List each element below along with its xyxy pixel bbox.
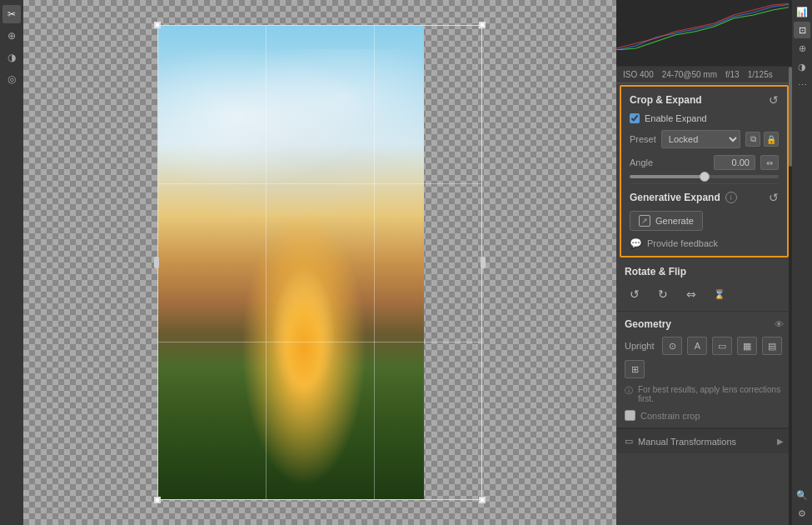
iso-value: ISO 400 <box>623 70 654 79</box>
crop-expand-header: Crop & Expand ↺ <box>630 93 779 107</box>
lens-info-icon: ⓘ <box>625 385 633 397</box>
canvas-area <box>23 0 616 525</box>
upright-auto-btn[interactable]: ⊙ <box>662 337 682 355</box>
manual-transforms-label: Manual Transformations <box>638 437 736 447</box>
detail-panel-btn[interactable]: ⋯ <box>794 77 810 93</box>
preset-select[interactable]: Locked Original 1:1 4:5 16:9 Custom <box>661 130 740 148</box>
feedback-label: Provide feedback <box>647 238 718 248</box>
gen-expand-info-icon[interactable]: i <box>725 192 737 203</box>
geometry-visibility-icon[interactable]: 👁 <box>775 319 784 329</box>
geometry-section: Geometry 👁 Upright ⊙ A ▭ ▦ ▤ ⊞ ⓘ For bes… <box>616 312 792 428</box>
red-eye-tool[interactable]: ◎ <box>2 70 21 88</box>
reset-gen-icon[interactable]: ↺ <box>769 191 779 204</box>
upright-vertical-btn[interactable]: ▦ <box>737 337 757 355</box>
mask-tool[interactable]: ◑ <box>2 48 21 67</box>
rotate-flip-title: Rotate & Flip <box>625 266 686 278</box>
angle-input[interactable] <box>714 155 755 170</box>
angle-slider[interactable] <box>630 175 779 178</box>
generate-btn-icon: ↗ <box>639 215 650 227</box>
angle-slider-thumb[interactable] <box>700 172 710 182</box>
generate-button[interactable]: ↗ Generate <box>630 211 703 231</box>
preset-row: Preset Locked Original 1:1 4:5 16:9 Cust… <box>630 130 779 148</box>
angle-label: Angle <box>630 158 653 168</box>
crop-border <box>157 25 482 500</box>
constrain-row: Constrain crop <box>625 410 784 421</box>
rotate-flip-section: Rotate & Flip ↺ ↻ ⇔ ⌛ <box>616 259 792 312</box>
lens-notice: ⓘ For best results, apply lens correctio… <box>625 385 784 403</box>
flip-v-btn[interactable]: ⌛ <box>710 284 730 304</box>
rotate-flip-header: Rotate & Flip <box>625 266 784 278</box>
handle-top-right[interactable] <box>479 22 486 28</box>
constrain-checkbox[interactable] <box>625 410 635 421</box>
handle-top-left[interactable] <box>154 22 161 28</box>
preset-icons: ⧉ 🔒 <box>745 132 779 147</box>
histogram-area <box>616 0 812 67</box>
manual-transforms-row[interactable]: ▭ Manual Transformations ▶ <box>616 428 792 453</box>
copy-preset-btn[interactable]: ⧉ <box>745 132 760 147</box>
handle-mid-left[interactable] <box>154 257 159 268</box>
rotate-cw-btn[interactable]: ↻ <box>653 284 673 304</box>
crop-expand-section: Crop & Expand ↺ Enable Expand Preset Loc… <box>620 85 789 258</box>
upright-full-btn[interactable]: ▤ <box>762 337 782 355</box>
geometry-header: Geometry 👁 <box>625 318 784 330</box>
angle-slider-container <box>630 175 779 178</box>
flip-h-btn[interactable]: ⇔ <box>681 284 701 304</box>
geometry-title: Geometry <box>625 318 671 330</box>
generative-expand-section: Generative Expand i ↺ ↗ Generate 💬 Provi… <box>630 183 779 249</box>
manual-transforms-arrow[interactable]: ▶ <box>777 437 784 446</box>
heal-panel-btn[interactable]: ⊕ <box>794 40 810 57</box>
crop-container[interactable] <box>157 25 482 500</box>
gen-expand-header: Generative Expand i ↺ <box>630 191 779 204</box>
gen-expand-title-row: Generative Expand i <box>630 192 737 203</box>
angle-row: Angle ⇔ <box>630 155 779 170</box>
mask-panel-btn[interactable]: ◑ <box>794 58 810 75</box>
lens-notice-text: For best results, apply lens corrections… <box>638 385 784 403</box>
preset-label: Preset <box>630 134 656 144</box>
panel-content: ISO 400 24-70@50 mm f/13 1/125s Crop & E… <box>616 67 812 525</box>
right-panel: ISO 400 24-70@50 mm f/13 1/125s Crop & E… <box>616 0 812 525</box>
heal-tool[interactable]: ⊕ <box>2 27 21 45</box>
histogram-chart <box>616 0 812 50</box>
zoom-in-btn[interactable]: 🔍 <box>794 487 810 503</box>
left-toolbar: ✂ ⊕ ◑ ◎ <box>0 0 23 525</box>
upright-a-btn[interactable]: A <box>687 337 707 355</box>
constrain-label: Constrain crop <box>640 411 700 421</box>
enable-expand-row[interactable]: Enable Expand <box>630 113 779 123</box>
feedback-row[interactable]: 💬 Provide feedback <box>630 238 779 249</box>
generate-btn-label: Generate <box>655 216 694 226</box>
handle-mid-right[interactable] <box>481 257 486 268</box>
crop-expand-title: Crop & Expand <box>630 94 702 106</box>
aperture-value: f/13 <box>725 70 740 79</box>
reset-crop-icon[interactable]: ↺ <box>769 93 779 107</box>
upright-guided-btn[interactable]: ⊞ <box>625 360 645 378</box>
straighten-btn[interactable]: ⇔ <box>760 155 779 170</box>
enable-expand-checkbox[interactable] <box>630 113 640 123</box>
manual-transforms-left: ▭ Manual Transformations <box>625 436 736 447</box>
rotate-controls: ↺ ↻ ⇔ ⌛ <box>625 284 784 304</box>
right-icon-bar: 📊 ⊡ ⊕ ◑ ⋯ 🔍 ⚙ <box>792 0 812 525</box>
enable-expand-label[interactable]: Enable Expand <box>645 113 707 123</box>
manual-transforms-icon: ▭ <box>625 436 633 447</box>
camera-info-bar: ISO 400 24-70@50 mm f/13 1/125s <box>616 67 792 83</box>
lens-value: 24-70@50 mm <box>662 70 717 79</box>
upright-level-btn[interactable]: ▭ <box>712 337 732 355</box>
handle-bottom-left[interactable] <box>154 497 161 503</box>
handle-bottom-right[interactable] <box>479 497 486 503</box>
gen-expand-title: Generative Expand <box>630 192 720 203</box>
settings-btn[interactable]: ⚙ <box>794 505 810 522</box>
upright-label: Upright <box>625 341 654 351</box>
feedback-icon: 💬 <box>630 238 642 249</box>
histogram-toggle-btn[interactable]: 📊 <box>794 3 810 20</box>
crop-tool[interactable]: ✂ <box>2 5 21 23</box>
upright-row: Upright ⊙ A ▭ ▦ ▤ ⊞ <box>625 337 784 378</box>
lock-preset-btn[interactable]: 🔒 <box>764 132 779 147</box>
shutter-value: 1/125s <box>748 70 773 79</box>
rotate-ccw-btn[interactable]: ↺ <box>625 284 645 304</box>
crop-panel-btn[interactable]: ⊡ <box>794 22 810 38</box>
